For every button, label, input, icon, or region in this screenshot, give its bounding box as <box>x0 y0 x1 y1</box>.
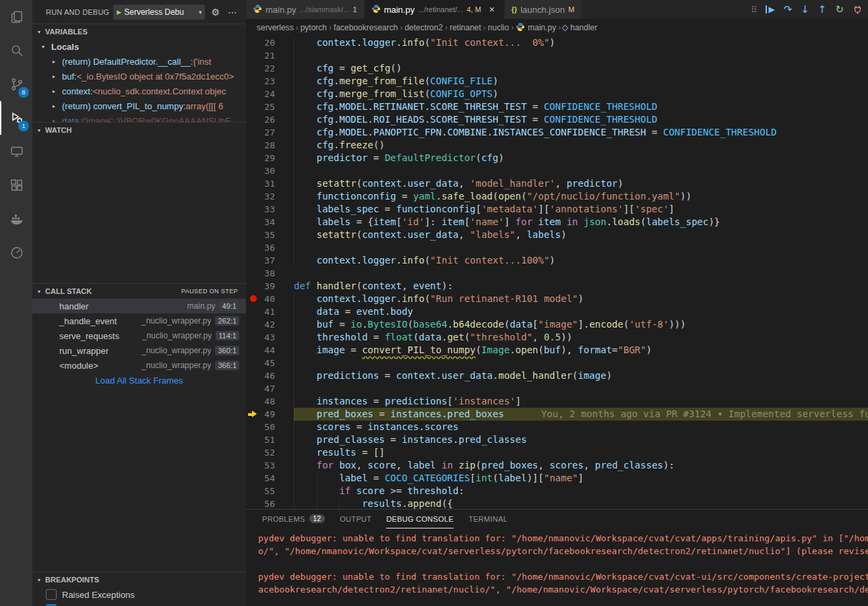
breadcrumb-item[interactable]: handler <box>563 23 597 32</box>
gutter[interactable]: 56 <box>246 497 294 509</box>
activity-bar-item-remote-explorer[interactable] <box>0 135 32 169</box>
gutter[interactable]: 38 <box>246 267 294 280</box>
gutter[interactable]: 32 <box>246 190 294 203</box>
gear-icon[interactable]: ⚙ <box>209 7 222 18</box>
variable-row[interactable]: ▸(return) convert_PIL_to_numpy: array([[… <box>32 98 246 113</box>
gutter[interactable]: 30 <box>246 164 294 177</box>
gutter[interactable]: 26 <box>246 113 294 126</box>
gutter[interactable]: 39 <box>246 280 294 293</box>
code-line[interactable]: 50 scores = instances.scores <box>246 421 868 433</box>
stack-frame[interactable]: _handle_event_nuclio_wrapper.py262:1 <box>32 313 246 328</box>
breakpoints-header[interactable]: ▾ BREAKPOINTS <box>32 572 246 587</box>
code-line[interactable]: 22 cfg = get_cfg() <box>246 62 868 75</box>
gutter[interactable]: 27 <box>246 126 294 139</box>
code-line[interactable]: 29 predictor = DefaultPredictor(cfg) <box>246 152 868 164</box>
gutter[interactable]: 47 <box>246 382 294 395</box>
panel-tab-problems[interactable]: PROBLEMS12 <box>262 510 325 528</box>
gutter[interactable]: 29 <box>246 152 294 164</box>
gutter[interactable]: 25 <box>246 100 294 113</box>
code-line[interactable]: 31 setattr(context.user_data, 'model_han… <box>246 177 868 190</box>
code-line[interactable]: 40 context.logger.info("Run retinanet-R1… <box>246 293 868 305</box>
start-debug-icon[interactable]: ▶ <box>117 9 121 16</box>
variable-row[interactable]: ▸context: <nuclio_sdk.context.Context ob… <box>32 84 246 98</box>
continue-icon[interactable]: ▶ <box>766 5 774 13</box>
stack-frame[interactable]: serve_requests_nuclio_wrapper.py114:1 <box>32 328 246 343</box>
gutter[interactable]: 28 <box>246 139 294 152</box>
breadcrumb-item[interactable]: nuclio <box>488 23 509 32</box>
editor-tab-main-py[interactable]: main.py.../retinanet/...4, M× <box>365 0 505 19</box>
disconnect-icon[interactable] <box>852 5 863 15</box>
more-actions-icon[interactable]: ⋯ <box>226 7 239 18</box>
editor-tab-main-py[interactable]: main.py.../siammask/...1 <box>246 0 365 19</box>
code-line[interactable]: 55 if score >= threshold: <box>246 485 868 497</box>
grip-icon[interactable]: ⠿ <box>751 5 757 14</box>
code-line[interactable]: 41 data = event.body <box>246 305 868 318</box>
gutter[interactable]: 49 <box>246 408 294 421</box>
breadcrumb-item[interactable]: detectron2 <box>404 23 443 32</box>
breadcrumb-item[interactable]: serverless <box>257 23 294 32</box>
gutter[interactable]: 37 <box>246 254 294 267</box>
close-icon[interactable]: × <box>487 4 497 15</box>
load-all-stack-frames-link[interactable]: Load All Stack Frames <box>32 373 246 389</box>
gutter[interactable]: 44 <box>246 344 294 357</box>
code-line[interactable]: 48 instances = predictions['instances'] <box>246 395 868 408</box>
gutter[interactable]: 51 <box>246 433 294 446</box>
code-line[interactable]: 46 predictions = context.user_data.model… <box>246 369 868 382</box>
stack-frame[interactable]: handlermain.py49:1 <box>32 299 246 313</box>
gutter[interactable]: 53 <box>246 459 294 472</box>
gutter[interactable]: 55 <box>246 485 294 497</box>
watch-header[interactable]: ▾ WATCH <box>32 123 246 138</box>
activity-bar-item-docker[interactable] <box>0 202 32 236</box>
step-into-icon[interactable]: ↓ <box>801 5 809 15</box>
gutter[interactable]: 54 <box>246 472 294 485</box>
panel-tab-terminal[interactable]: TERMINAL <box>468 510 507 528</box>
gutter[interactable]: 35 <box>246 229 294 241</box>
code-line[interactable]: 44 image = convert_PIL_to_numpy(Image.op… <box>246 344 868 357</box>
gutter[interactable]: 33 <box>246 203 294 216</box>
stack-frame[interactable]: <module>_nuclio_wrapper.py366:1 <box>32 358 246 373</box>
gutter[interactable]: 21 <box>246 49 294 62</box>
breadcrumb-item[interactable]: pytorch <box>301 23 327 32</box>
code-line[interactable]: 21 <box>246 49 868 62</box>
activity-bar-item-source-control[interactable]: 8 <box>0 67 32 101</box>
gutter[interactable]: 20 <box>246 36 294 49</box>
code-line[interactable]: 39def handler(context, event): <box>246 280 868 293</box>
step-out-icon[interactable]: ↑ <box>818 5 827 15</box>
breakpoint-item[interactable]: Raised Exceptions <box>32 587 246 602</box>
panel-tab-output[interactable]: OUTPUT <box>340 510 371 528</box>
code-line[interactable]: 38 <box>246 267 868 280</box>
code-line[interactable]: 43 threshold = float(data.get("threshold… <box>246 331 868 344</box>
panel-tab-debug-console[interactable]: DEBUG CONSOLE <box>386 510 454 528</box>
gutter[interactable]: 31 <box>246 177 294 190</box>
gutter[interactable]: 22 <box>246 62 294 75</box>
code-line[interactable]: 45 <box>246 357 868 369</box>
gutter[interactable]: 42 <box>246 318 294 331</box>
gutter[interactable]: 43 <box>246 331 294 344</box>
variable-row[interactable]: ▸(return) DefaultPredictor.__call__: {'i… <box>32 54 246 69</box>
code-line[interactable]: 36 <box>246 241 868 254</box>
restart-icon[interactable]: ↻ <box>835 5 844 15</box>
breadcrumb-item[interactable]: main.py <box>516 22 556 34</box>
activity-bar-item-extensions[interactable] <box>0 169 32 202</box>
code-line[interactable]: 51 pred_classes = instances.pred_classes <box>246 433 868 446</box>
code-line[interactable]: 47 <box>246 382 868 395</box>
code-line[interactable]: 34 labels = {item['id']: item['name'] fo… <box>246 216 868 229</box>
activity-bar-item-run-and-debug[interactable]: 1 <box>0 101 32 135</box>
gutter[interactable]: 50 <box>246 421 294 433</box>
gutter[interactable]: 48 <box>246 395 294 408</box>
code-line[interactable]: 52 results = [] <box>246 446 868 459</box>
code-line[interactable]: 25 cfg.MODEL.RETINANET.SCORE_THRESH_TEST… <box>246 100 868 113</box>
activity-bar-item-explorer[interactable] <box>0 0 32 34</box>
gutter[interactable]: 34 <box>246 216 294 229</box>
checkbox[interactable] <box>46 589 57 600</box>
breadcrumb-item[interactable]: retinanet <box>450 23 481 32</box>
activity-bar-item-profiler[interactable] <box>0 236 32 270</box>
breakpoint-item[interactable]: ✓Uncaught Exceptions <box>32 602 246 606</box>
code-line[interactable]: 30 <box>246 164 868 177</box>
variables-header[interactable]: ▾ VARIABLES <box>32 24 246 39</box>
debug-config-dropdown[interactable]: ▶ Serverless Debu ▾ <box>113 5 205 20</box>
code-line[interactable]: 33 labels_spec = functionconfig['metadat… <box>246 203 868 216</box>
stack-frame[interactable]: run_wrapper_nuclio_wrapper.py360:1 <box>32 343 246 358</box>
gutter[interactable]: 40 <box>246 293 294 305</box>
code-line[interactable]: 23 cfg.merge_from_file(CONFIG_FILE) <box>246 75 868 88</box>
